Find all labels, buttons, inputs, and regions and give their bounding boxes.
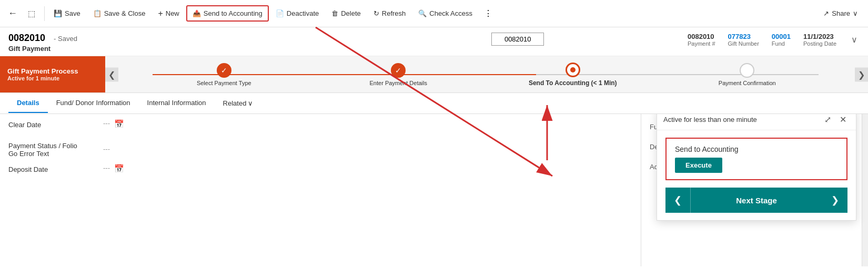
clear-date-calendar-icon[interactable]: 📅 — [114, 119, 124, 129]
process-prev-button[interactable]: ❮ — [105, 67, 118, 81]
process-step-3[interactable]: Send To Accounting (< 1 Min) — [486, 63, 660, 87]
popup-header: Active for less than one minute ⤢ ✕ — [657, 114, 856, 130]
step-circle-2: ✓ — [391, 63, 406, 78]
step-circle-1: ✓ — [217, 63, 231, 78]
share-dropdown-icon: ∨ — [853, 9, 858, 17]
tab-internal[interactable]: Internal Information — [139, 94, 215, 113]
deposit-date-label: Deposit Date — [8, 164, 103, 173]
chevron-down-icon: ∨ — [248, 99, 253, 107]
popup-close-button[interactable]: ✕ — [836, 114, 850, 126]
more-icon: ⋮ — [484, 8, 492, 18]
refresh-button[interactable]: ↻ Refresh — [368, 6, 412, 21]
check-access-button[interactable]: 🔍 Check Access — [412, 6, 478, 21]
clear-date-value: --- — [103, 119, 110, 127]
execute-button[interactable]: Execute — [675, 158, 722, 173]
more-options-button[interactable]: ⋮ — [479, 5, 497, 22]
form-row-clear-date: Clear Date --- 📅 — [8, 119, 632, 134]
record-header: 0082010 - Saved Gift Payment 0082010 Pay… — [0, 27, 868, 56]
step-circle-4 — [740, 63, 754, 78]
new-window-button[interactable]: ⬚ — [22, 5, 41, 22]
new-button[interactable]: + New — [152, 5, 185, 22]
new-window-icon: ⬚ — [28, 9, 35, 18]
meta-expand-button[interactable]: ∨ — [849, 33, 860, 47]
right-panel: Fund Departm... Account Active for less … — [641, 114, 862, 266]
fund-meta: 00001 Fund — [772, 33, 791, 47]
tabs-bar: Details Fund/ Donor Information Internal… — [0, 93, 868, 114]
step-label-4: Payment Confirmation — [719, 80, 776, 86]
plus-icon: + — [158, 9, 163, 18]
step-label-3: Send To Accounting (< 1 Min) — [529, 79, 617, 87]
tab-details[interactable]: Details — [8, 94, 48, 113]
popup-body: Send to Accounting Execute ❮ Next Stage … — [657, 130, 856, 220]
form-panel: Clear Date --- 📅 Payment Status / FolioG… — [0, 114, 641, 266]
deactivate-icon: 📄 — [276, 9, 284, 17]
step-circle-3 — [566, 63, 580, 77]
record-status: - Saved — [54, 35, 77, 43]
save-button[interactable]: 💾 Save — [48, 6, 86, 21]
step-label-1: Select Payment Type — [197, 80, 251, 86]
popup-header-actions: ⤢ ✕ — [821, 114, 850, 126]
step-label-2: Enter Payment Details — [370, 80, 427, 86]
gift-number-meta: 077823 Gift Number — [728, 33, 759, 47]
payment-number-meta: 0082010 Payment # — [688, 33, 715, 47]
popup-subtitle: Active for less than one minute — [663, 116, 757, 123]
process-step-4: Payment Confirmation — [660, 63, 835, 86]
clear-date-label: Clear Date — [8, 119, 103, 129]
record-title-area: 0082010 - Saved Gift Payment — [8, 33, 348, 53]
popup-action-name: Send to Accounting — [675, 145, 838, 153]
next-stage-prev-button[interactable]: ❮ — [665, 188, 691, 213]
form-row-payment-status: Payment Status / FolioGo Error Text --- — [8, 140, 632, 158]
refresh-icon: ↻ — [374, 9, 379, 17]
separator — [44, 6, 45, 21]
deposit-date-calendar-icon[interactable]: 📅 — [114, 164, 124, 173]
deposit-date-value: --- — [103, 164, 110, 172]
share-button[interactable]: ↗ Share ∨ — [817, 6, 864, 21]
save-icon: 💾 — [54, 9, 62, 17]
toolbar: ← ⬚ 💾 Save 📋 Save & Close + New 📤 Send t… — [0, 0, 868, 27]
process-steps: ✓ Select Payment Type ✓ Enter Payment De… — [137, 63, 834, 87]
form-row-deposit-date: Deposit Date --- 📅 — [8, 164, 632, 179]
tab-fund-donor[interactable]: Fund/ Donor Information — [48, 94, 139, 113]
payment-status-value: --- — [103, 145, 110, 153]
process-step-2: ✓ Enter Payment Details — [311, 63, 486, 86]
save-close-icon: 📋 — [93, 9, 102, 17]
back-button[interactable]: ← — [4, 5, 21, 22]
next-stage-bar: ❮ Next Stage ❯ — [665, 188, 847, 213]
popup-expand-button[interactable]: ⤢ — [821, 114, 834, 126]
save-close-button[interactable]: 📋 Save & Close — [87, 6, 152, 21]
tab-related-label: Related — [223, 99, 247, 107]
next-stage-label[interactable]: Next Stage — [691, 196, 822, 205]
check-access-icon: 🔍 — [418, 9, 427, 17]
record-type: Gift Payment — [8, 45, 348, 53]
process-bar: Gift Payment Process Active for 1 minute… — [0, 56, 868, 93]
record-id: 0082010 — [8, 33, 45, 44]
next-stage-next-button[interactable]: ❯ — [822, 188, 847, 213]
record-meta: 0082010 Payment # 077823 Gift Number 000… — [688, 33, 860, 47]
send-icon: 📤 — [193, 9, 201, 17]
posting-date-meta: 11/1/2023 Posting Date — [803, 33, 836, 47]
share-icon: ↗ — [823, 9, 829, 17]
popup-overlay: Active for less than one minute ⤢ ✕ Send… — [657, 114, 856, 221]
process-next-button[interactable]: ❯ — [855, 67, 868, 81]
process-label-box: Gift Payment Process Active for 1 minute — [0, 56, 105, 92]
content-area: Clear Date --- 📅 Payment Status / FolioG… — [0, 114, 868, 266]
tab-related-dropdown[interactable]: Related ∨ — [215, 94, 262, 112]
delete-button[interactable]: 🗑 Delete — [326, 6, 367, 21]
process-step-1: ✓ Select Payment Type — [137, 63, 311, 86]
send-to-accounting-button[interactable]: 📤 Send to Accounting — [186, 5, 269, 22]
record-number-input[interactable] — [491, 33, 544, 46]
delete-icon: 🗑 — [331, 9, 338, 17]
payment-status-label: Payment Status / FolioGo Error Text — [8, 140, 103, 158]
scrollbar[interactable] — [862, 114, 868, 266]
popup-action-box: Send to Accounting Execute — [665, 138, 847, 180]
deactivate-button[interactable]: 📄 Deactivate — [270, 6, 325, 21]
